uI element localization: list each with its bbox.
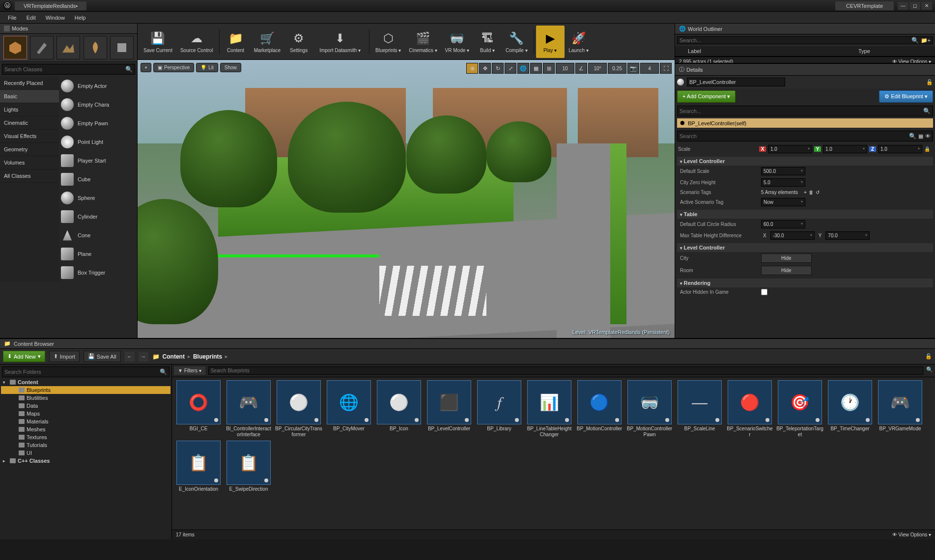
reset-icon[interactable]: ↺ <box>816 190 820 195</box>
outliner-search[interactable]: 🔍 📁+ <box>677 36 933 44</box>
category-cinematic[interactable]: Cinematic <box>0 116 59 130</box>
asset-item[interactable]: 🎯BP_TeleportationTarget <box>776 380 823 438</box>
eye-icon[interactable]: 👁 <box>925 133 931 139</box>
content-view-options[interactable]: 👁 View Options ▾ <box>892 532 931 537</box>
transform-scale-button[interactable]: ⤢ <box>505 63 516 74</box>
details-search-input[interactable] <box>680 133 909 139</box>
toolbar-save-current[interactable]: 💾Save Current <box>140 26 176 58</box>
actor-sphere[interactable]: Sphere <box>59 189 137 207</box>
property-field[interactable]: 500.0▾ <box>761 167 805 175</box>
actor-box-trigger[interactable]: Box Trigger <box>59 263 137 282</box>
template-tab[interactable]: CEVRTemplate <box>835 1 894 10</box>
transform-rotate-button[interactable]: ↻ <box>492 63 504 74</box>
lock-icon[interactable]: 🔓 <box>926 79 933 85</box>
search-classes-input[interactable] <box>4 66 125 72</box>
property-field[interactable]: 5.0▾ <box>761 178 805 187</box>
tree-folder-blueprints[interactable]: Blueprints <box>1 386 170 394</box>
landscape-mode-button[interactable] <box>57 36 80 59</box>
tree-folder-data[interactable]: Data <box>1 402 170 410</box>
show-button[interactable]: Show <box>220 63 241 72</box>
label-column[interactable]: Label <box>678 48 858 54</box>
paint-mode-button[interactable] <box>30 36 54 59</box>
toolbar-marketplace[interactable]: 🛒Marketplace <box>250 26 284 58</box>
scale-y-field[interactable]: 1.0▾ <box>823 145 867 153</box>
modes-tab[interactable]: Modes <box>0 24 137 34</box>
search-folders[interactable]: 🔍 <box>2 366 170 377</box>
menu-window[interactable]: Window <box>41 13 70 23</box>
section-header[interactable]: Level Controller <box>677 243 933 252</box>
asset-item[interactable]: 🎮BI_ControllerInteractorInterface <box>225 380 272 438</box>
angle-snap-button[interactable]: ∠ <box>575 63 587 74</box>
component-self[interactable]: ⬢ BP_LevelController(self) <box>677 118 933 128</box>
category-basic[interactable]: Basic <box>0 90 59 103</box>
place-mode-button[interactable] <box>3 36 27 59</box>
section-header[interactable]: Level Controller <box>677 157 933 166</box>
actor-cube[interactable]: Cube <box>59 170 137 189</box>
asset-item[interactable]: 𝑓BP_Library <box>476 380 523 438</box>
coord-space-button[interactable]: 🌐 <box>517 63 529 74</box>
save-all-button[interactable]: 💾 Save All <box>84 351 121 362</box>
expand-icon[interactable]: ▸ <box>3 459 8 463</box>
outliner-tab[interactable]: 🌐World Outliner <box>675 24 935 34</box>
lock-icon[interactable]: 🔓 <box>925 353 932 360</box>
category-visual-effects[interactable]: Visual Effects <box>0 130 59 143</box>
asset-item[interactable]: 🌐BP_CityMover <box>325 380 372 438</box>
menu-help[interactable]: Help <box>70 13 91 23</box>
category-all-classes[interactable]: All Classes <box>0 169 59 183</box>
checkbox[interactable] <box>761 289 767 295</box>
outliner-view-options[interactable]: 👁 View Options ▾ <box>892 59 931 63</box>
import-button[interactable]: ⬆ Import <box>49 351 80 362</box>
hide-button[interactable]: Hide <box>761 253 812 263</box>
property-field[interactable]: Now▾ <box>761 198 805 206</box>
tree-folder-textures[interactable]: Textures <box>1 433 170 441</box>
actor-name-field[interactable] <box>687 78 785 86</box>
foliage-mode-button[interactable] <box>84 36 107 59</box>
camera-speed-icon[interactable]: 📷 <box>627 63 639 74</box>
category-recently-placed[interactable]: Recently Placed <box>0 77 59 90</box>
edit-blueprint-button[interactable]: ⚙ Edit Blueprint ▾ <box>879 90 933 103</box>
toolbar-vr-mode[interactable]: 🥽VR Mode ▾ <box>441 26 473 58</box>
tree-folder-ui[interactable]: UI <box>1 449 170 457</box>
tree-folder-blutilities[interactable]: Blutilities <box>1 394 170 402</box>
section-header[interactable]: Table <box>677 210 933 219</box>
transform-move-button[interactable]: ✥ <box>479 63 491 74</box>
asset-item[interactable]: ⚪BP_Icon <box>375 380 423 438</box>
geometry-mode-button[interactable] <box>110 36 134 59</box>
add-folder-icon[interactable]: 📁+ <box>921 37 931 44</box>
matrix-icon[interactable]: ▦ <box>918 133 923 140</box>
asset-item[interactable]: 📊BP_LineTableHeightChanger <box>526 380 573 438</box>
actor-plane[interactable]: Plane <box>59 245 137 263</box>
asset-item[interactable]: 📋E_IconOrientation <box>175 441 222 492</box>
actor-point-light[interactable]: Point Light <box>59 133 137 151</box>
add-component-button[interactable]: + Add Component ▾ <box>677 90 736 103</box>
breadcrumb-content[interactable]: Content <box>163 353 185 360</box>
clear-icon[interactable]: 🗑 <box>809 190 814 195</box>
surface-snap-button[interactable]: ▦ <box>530 63 542 74</box>
asset-item[interactable]: —BP_ScaleLine <box>676 380 723 438</box>
maximize-button[interactable]: ◻ <box>909 2 920 10</box>
asset-item[interactable]: 🎮BP_VRGameMode <box>877 380 924 438</box>
lock-scale-icon[interactable]: 🔒 <box>924 146 930 152</box>
project-tab[interactable]: VRTemplateRedlands• <box>15 1 86 10</box>
toolbar-compile[interactable]: 🔧Compile ▾ <box>502 26 531 58</box>
search-folders-input[interactable] <box>4 369 160 375</box>
toolbar-source-control[interactable]: ☁Source Control <box>176 26 217 58</box>
tree-folder-materials[interactable]: Materials <box>1 418 170 425</box>
viewport-menu-button[interactable]: ▾ <box>141 63 151 72</box>
angle-snap-value[interactable]: 10° <box>588 63 607 74</box>
actor-cylinder[interactable]: Cylinder <box>59 207 137 226</box>
asset-item[interactable]: 🔵BP_MotionController <box>576 380 623 438</box>
toolbar-launch[interactable]: 🚀Launch ▾ <box>565 26 593 58</box>
asset-item[interactable]: ⬛BP_LevelController <box>425 380 473 438</box>
toolbar-settings[interactable]: ⚙Settings <box>284 26 313 58</box>
toolbar-import-datasmith[interactable]: ⬇Import Datasmith ▾ <box>313 26 367 58</box>
y-field[interactable]: 70.0▾ <box>825 231 870 240</box>
tree-folder-meshes[interactable]: Meshes <box>1 425 170 433</box>
category-volumes[interactable]: Volumes <box>0 156 59 169</box>
type-column[interactable]: Type <box>858 48 932 54</box>
asset-item[interactable]: 📋E_SwipeDirection <box>225 441 272 492</box>
toolbar-content[interactable]: 📁Content <box>222 26 250 58</box>
scale-snap-value[interactable]: 0.25 <box>608 63 626 74</box>
asset-item[interactable]: ⚪BP_CircularCityTransformer <box>275 380 322 438</box>
outliner-search-input[interactable] <box>680 37 911 43</box>
